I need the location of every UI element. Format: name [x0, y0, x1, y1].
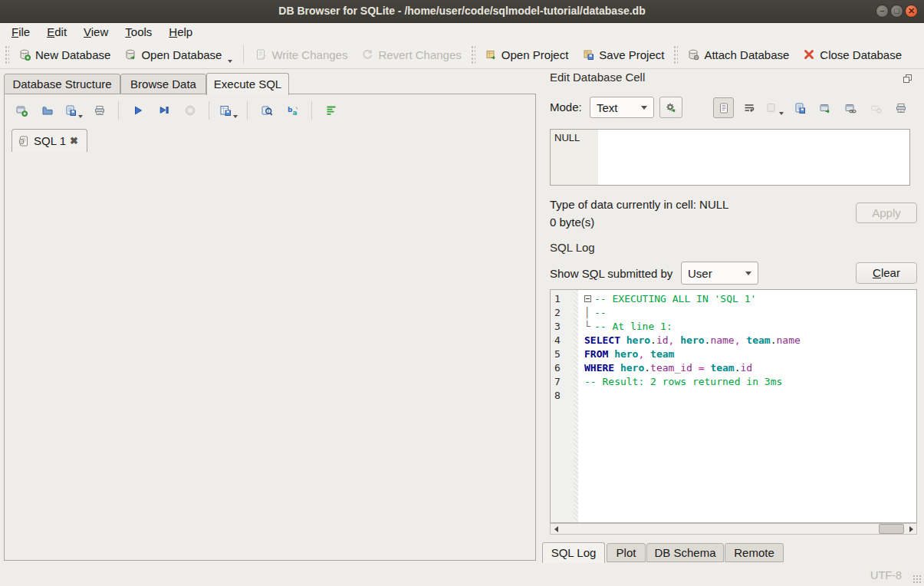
tab-close-icon[interactable]: ✖ [70, 135, 78, 146]
scrollbar-thumb[interactable] [879, 524, 904, 534]
close-icon[interactable]: ✕ [905, 5, 918, 18]
app-window: DB Browser for SQLite - /home/user/code/… [0, 0, 924, 586]
log-horizontal-scrollbar[interactable] [550, 523, 917, 535]
chevron-down-icon [641, 106, 647, 110]
find-button[interactable] [255, 100, 278, 121]
write-changes-icon [255, 48, 267, 61]
cell-editor-toolbar [713, 97, 911, 118]
mode-select[interactable]: Text [590, 97, 654, 118]
titlebar: DB Browser for SQLite - /home/user/code/… [0, 0, 924, 23]
revert-changes-label: Revert Changes [378, 48, 461, 61]
tab-browse-data[interactable]: Browse Data [120, 74, 206, 94]
save-project-button[interactable]: Save Project [575, 44, 671, 66]
sql-tab-label: SQL 1 [34, 134, 66, 147]
clear-button[interactable]: Clear [856, 262, 917, 284]
panel-float-icon[interactable] [903, 74, 912, 84]
menu-file[interactable]: File [3, 23, 38, 41]
resize-grip-icon[interactable] [912, 574, 922, 584]
toolbar-grip [5, 45, 9, 64]
link-icon [844, 102, 857, 114]
open-database-icon [124, 48, 136, 61]
line-number: 1 [551, 292, 574, 306]
log-filter-value: User [688, 267, 712, 280]
menu-view[interactable]: View [75, 23, 117, 41]
sql-log-panel-title: SQL Log [550, 241, 595, 254]
open-database-label: Open Database [141, 48, 222, 61]
line-number: 6 [551, 361, 574, 375]
new-database-button[interactable]: New Database [12, 44, 117, 66]
dock-tab-remote[interactable]: Remote [725, 543, 784, 562]
dropdown-arrow-icon [78, 115, 83, 118]
dock-tab-sql-log[interactable]: SQL Log [542, 542, 605, 563]
open-database-button[interactable]: Open Database [117, 44, 239, 66]
stop-button [179, 100, 201, 121]
line-number: 4 [551, 334, 574, 347]
wrap-icon [325, 104, 337, 117]
mode-label: Mode: [550, 100, 582, 114]
format-icon: ba [287, 104, 299, 117]
menu-tools[interactable]: Tools [117, 23, 160, 41]
save-sql-button[interactable] [62, 100, 84, 121]
new-tab-button[interactable] [10, 100, 32, 121]
toolbar-grip [673, 45, 678, 64]
export-cell-icon [794, 102, 806, 114]
format-button[interactable]: ba [281, 100, 304, 121]
minimize-icon[interactable]: – [876, 5, 889, 18]
close-database-icon [803, 48, 815, 61]
text-mode-button[interactable] [713, 97, 734, 118]
attach-database-label: Attach Database [704, 48, 789, 61]
sql-log-view[interactable]: 12345678 -- EXECUTING ALL IN 'SQL 1'│--└… [550, 289, 917, 523]
export-cell-button[interactable] [789, 97, 810, 118]
execute-line-button[interactable] [153, 100, 175, 121]
write-changes-label: Write Changes [271, 48, 347, 61]
import-icon [765, 102, 778, 114]
open-sql-button[interactable] [36, 100, 58, 121]
scroll-right-icon[interactable] [906, 524, 916, 534]
sql-editor-tab[interactable]: SQL 1 ✖ [12, 129, 87, 152]
write-changes-button: Write Changes [248, 44, 354, 66]
log-line [578, 389, 916, 403]
save-sql-icon [64, 104, 77, 117]
scroll-left-icon[interactable] [551, 524, 561, 534]
export-results-button[interactable] [217, 100, 239, 121]
sql-editor-toolbar: ba [10, 100, 342, 121]
wrap-button[interactable] [320, 100, 342, 121]
close-database-button[interactable]: Close Database [796, 44, 909, 66]
cell-size-text: 0 byte(s) [550, 216, 594, 229]
print-button[interactable] [88, 100, 110, 121]
svg-text:a: a [292, 109, 297, 117]
fold-collapse-icon[interactable] [584, 295, 591, 302]
import-button [764, 97, 784, 118]
auto-mode-button[interactable] [659, 97, 682, 118]
open-external-button[interactable] [814, 97, 835, 118]
tab-database-structure[interactable]: Database Structure [4, 74, 120, 94]
word-wrap-button[interactable] [738, 97, 759, 118]
log-line: WHERE hero.team_id = team.id [578, 361, 916, 375]
link-button[interactable] [840, 97, 860, 118]
log-line: └-- At line 1: [578, 320, 916, 334]
maximize-icon[interactable]: □ [890, 5, 903, 18]
apply-button[interactable]: Apply [856, 202, 917, 223]
print-icon [94, 104, 106, 117]
attach-database-button[interactable]: Attach Database [680, 44, 796, 66]
menu-edit[interactable]: Edit [38, 23, 75, 41]
menu-help[interactable]: Help [160, 23, 201, 41]
line-number: 7 [551, 375, 574, 389]
toolbar-separator [247, 101, 248, 120]
word-wrap-icon [743, 102, 755, 114]
log-filter-select[interactable]: User [681, 262, 758, 285]
toolbar-separator [243, 45, 244, 64]
dock-tab-db-schema[interactable]: DB Schema [646, 543, 724, 562]
execute-all-icon [132, 104, 144, 117]
dock-tab-plot[interactable]: Plot [607, 543, 646, 562]
close-database-label: Close Database [820, 48, 902, 61]
tab-execute-sql[interactable]: Execute SQL [206, 73, 289, 95]
encoding-status: UTF-8 [870, 569, 902, 581]
window-title: DB Browser for SQLite - /home/user/code/… [0, 0, 924, 22]
print-button[interactable] [890, 97, 911, 118]
open-project-button[interactable]: Open Project [478, 44, 576, 66]
execute-all-button[interactable] [127, 100, 149, 121]
log-line: │-- [578, 306, 916, 320]
line-number: 2 [551, 306, 574, 320]
cell-value-editor[interactable]: NULL [550, 129, 910, 186]
